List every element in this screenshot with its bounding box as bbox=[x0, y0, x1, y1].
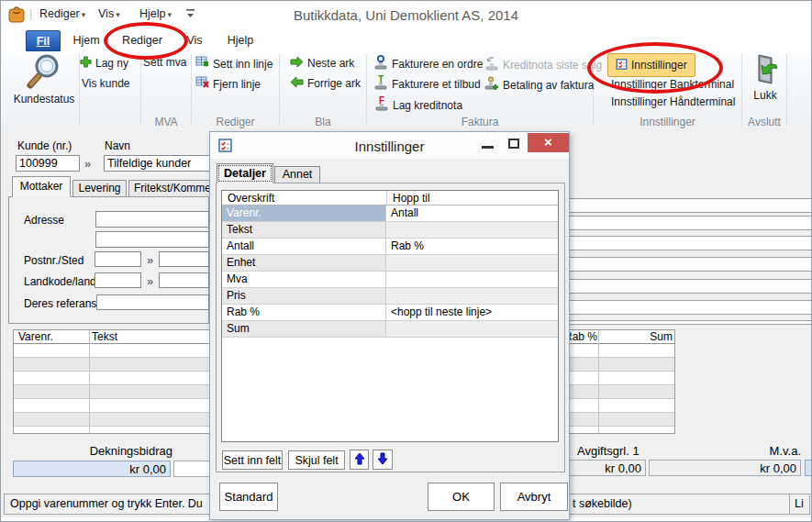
dialog-fields-table: Overskrift Hopp til Varenr. Antall Tekst… bbox=[221, 190, 559, 442]
sted-input[interactable] bbox=[159, 251, 209, 267]
tab-hjelp[interactable]: Hjelp bbox=[218, 30, 262, 51]
form-field-row[interactable] bbox=[568, 198, 812, 213]
adresse-input-1[interactable] bbox=[95, 211, 209, 228]
lag-kreditnota-button[interactable]: F Lag kreditnota bbox=[374, 96, 462, 114]
table-row-varenr[interactable]: Varenr. Antall bbox=[222, 205, 558, 222]
neste-ark-button[interactable]: Neste ark bbox=[290, 56, 354, 71]
header-column-divider bbox=[386, 191, 387, 205]
fakturere-en-ordre-button[interactable]: Fakturere en ordre bbox=[373, 55, 483, 72]
form-field-row[interactable] bbox=[568, 279, 812, 294]
magnifier-icon bbox=[25, 53, 63, 93]
form-field-row[interactable] bbox=[568, 320, 812, 325]
tab-fil[interactable]: Fil bbox=[26, 30, 61, 51]
form-field-row[interactable] bbox=[568, 257, 812, 272]
grid-column-divider bbox=[598, 330, 599, 433]
table-row-antall[interactable]: Antall Rab % bbox=[222, 239, 558, 255]
group-label-innstillinger: Innstillinger bbox=[594, 116, 741, 128]
kreditnota-siste-salg-button[interactable]: Kreditnota siste salg bbox=[484, 56, 602, 73]
group-divider bbox=[786, 54, 787, 126]
tab-vis[interactable]: Vis bbox=[176, 30, 213, 51]
avbryt-button[interactable]: Avbryt bbox=[500, 483, 568, 511]
kundestatus-button[interactable]: Kundestatus bbox=[10, 53, 78, 127]
deres-referanse-label: Deres referanse bbox=[24, 297, 103, 310]
close-button[interactable]: × bbox=[528, 133, 569, 152]
stamp-payment-icon bbox=[484, 76, 499, 94]
group-label-faktura: Faktura bbox=[367, 116, 593, 128]
form-field-row[interactable] bbox=[568, 236, 812, 250]
ribbon-tabstrip: Fil Hjem Rediger Vis Hjelp bbox=[1, 28, 811, 53]
kunde-lookup-chevrons[interactable]: » bbox=[84, 157, 91, 171]
sett-mva-button[interactable]: Sett mva bbox=[143, 56, 186, 69]
plus-icon bbox=[80, 56, 92, 71]
form-tab-levering[interactable]: Levering bbox=[72, 180, 127, 197]
stamp-order-icon bbox=[373, 55, 388, 72]
table-row-rab[interactable]: Rab % <hopp til neste linje> bbox=[222, 305, 558, 321]
postnr-input[interactable] bbox=[95, 251, 141, 267]
table-row-enhet[interactable]: Enhet bbox=[222, 255, 558, 272]
form-tab-fritekst-kommentar[interactable]: Fritekst/Kommentar bbox=[128, 180, 210, 197]
betaling-av-faktura-button[interactable]: Betaling av faktura bbox=[484, 76, 594, 94]
mva-label: M.v.a. bbox=[735, 444, 801, 458]
group-label-mva: MVA bbox=[141, 116, 191, 128]
minimize-button[interactable] bbox=[482, 146, 494, 149]
table-remove-icon bbox=[195, 76, 209, 92]
innstillinger-dialog: Innstillinger × Detaljer Annet Overskrif… bbox=[209, 131, 570, 520]
arrow-up-icon bbox=[354, 452, 365, 468]
sett-inn-felt-button[interactable]: Sett inn felt bbox=[222, 450, 283, 470]
innstillinger-handterminal-button[interactable]: Innstillinger Håndterminal bbox=[611, 95, 735, 108]
lukk-button[interactable]: Lukk bbox=[744, 53, 786, 110]
window-title: Butikkdata, Uni Demoklient AS, 2014 bbox=[1, 7, 811, 23]
lag-ny-button[interactable]: Lag ny bbox=[80, 56, 128, 71]
move-down-button[interactable] bbox=[373, 450, 393, 470]
arrow-right-icon bbox=[290, 56, 304, 71]
form-field-row[interactable] bbox=[568, 216, 812, 230]
fjern-linje-button[interactable]: Fjern linje bbox=[195, 76, 261, 92]
clipped-total-field bbox=[805, 460, 812, 476]
navn-input[interactable] bbox=[104, 155, 210, 172]
kunde-label: Kunde (nr.) bbox=[17, 139, 72, 152]
statusbar-divider bbox=[789, 494, 790, 514]
statusbar-left-text: Oppgi varenummer og trykk Enter. Du bbox=[10, 497, 203, 510]
form-tab-mottaker[interactable]: Mottaker bbox=[12, 176, 71, 197]
dialog-tab-detaljer[interactable]: Detaljer bbox=[217, 163, 273, 183]
stamp-undo-icon bbox=[484, 56, 499, 73]
statusbar-far-right-text: Li bbox=[795, 497, 804, 510]
land-input[interactable] bbox=[159, 272, 209, 288]
tab-hjem[interactable]: Hjem bbox=[65, 30, 107, 51]
skjul-felt-button[interactable]: Skjul felt bbox=[288, 450, 345, 470]
col-header-overskrift: Overskrift bbox=[228, 191, 274, 205]
kundestatus-label: Kundestatus bbox=[14, 93, 75, 106]
postnr-lookup-chevrons[interactable]: » bbox=[147, 253, 153, 267]
form-field-row[interactable] bbox=[568, 300, 812, 315]
vis-kunde-button[interactable]: Vis kunde bbox=[82, 77, 129, 90]
table-row-tekst[interactable]: Tekst bbox=[222, 222, 558, 239]
maximize-button[interactable] bbox=[508, 139, 519, 149]
table-row-mva[interactable]: Mva bbox=[222, 272, 558, 288]
landkode-lookup-chevrons[interactable]: » bbox=[147, 274, 153, 288]
fakturere-et-tilbud-button[interactable]: T Fakturere et tilbud bbox=[373, 75, 481, 93]
tab-rediger[interactable]: Rediger bbox=[112, 30, 172, 51]
table-row-sum[interactable]: Sum bbox=[222, 321, 558, 338]
move-up-button[interactable] bbox=[350, 450, 369, 470]
landkode-input[interactable] bbox=[95, 272, 141, 288]
group-label-rediger: Rediger bbox=[192, 116, 279, 128]
sett-inn-linje-button[interactable]: Sett inn linje bbox=[195, 56, 273, 72]
ok-button[interactable]: OK bbox=[428, 483, 495, 511]
kunde-input[interactable] bbox=[16, 155, 80, 172]
deres-referanse-input[interactable] bbox=[96, 294, 209, 310]
forrige-ark-button[interactable]: Forrige ark bbox=[290, 76, 361, 91]
innstillinger-button[interactable]: Innstillinger bbox=[607, 53, 695, 77]
table-row-pris[interactable]: Pris bbox=[222, 288, 558, 305]
avgiftsgrl-value: kr 0,00 bbox=[568, 460, 646, 476]
standard-button[interactable]: Standard bbox=[219, 483, 278, 511]
adresse-input-2[interactable] bbox=[95, 231, 209, 248]
statusbar-right-text: t søkebilde) bbox=[573, 497, 632, 510]
settings-clipboard-icon bbox=[616, 58, 628, 73]
app-window: | Rediger▾ Vis▾ Hjelp▾ Butikkdata, Uni D… bbox=[0, 0, 812, 522]
grid-header-sum: Sum bbox=[599, 330, 673, 344]
innstillinger-bankterminal-button[interactable]: Innstillinger Bankterminal bbox=[611, 78, 734, 91]
dialog-tab-annet[interactable]: Annet bbox=[274, 166, 320, 183]
col-header-hopp-til: Hopp til bbox=[393, 191, 430, 205]
grid-column-divider bbox=[89, 330, 90, 433]
avgiftsgrl-label: Avgiftsgrl. 1 bbox=[577, 444, 640, 458]
